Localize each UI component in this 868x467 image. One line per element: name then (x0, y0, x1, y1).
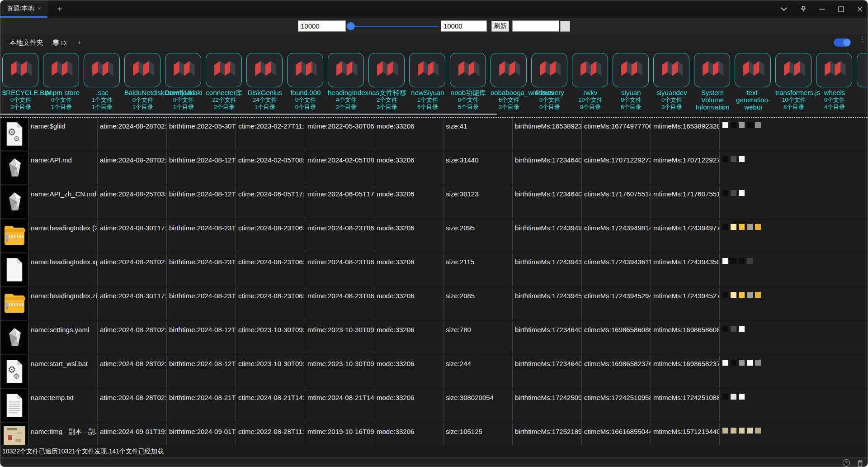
folder-card-box[interactable] (857, 53, 868, 87)
folder-card[interactable] (857, 50, 868, 89)
folder-card-box[interactable] (775, 53, 811, 87)
folder-card-box[interactable] (491, 53, 527, 87)
breadcrumb-chevron-icon[interactable]: › (78, 38, 80, 46)
folder-name: oobabooga_windows (491, 89, 528, 96)
folder-card[interactable]: transformers.js10个文件8个目录 (775, 50, 812, 111)
folder-card-box[interactable] (694, 53, 730, 87)
folder-card[interactable]: oobabooga_windows6个文件2个目录 (491, 50, 528, 111)
chevron-down-icon[interactable] (778, 0, 790, 18)
table-row[interactable]: name:settings.yamlatime:2024-08-28T02:..… (0, 321, 868, 354)
table-row[interactable]: name:headingIndex (2...atime:2024-08-30T… (0, 219, 868, 252)
folder-card[interactable]: siyuan9个文件6个目录 (613, 50, 650, 111)
table-row[interactable]: ⚙⚙name:$gliidatime:2024-08-28T02:...birt… (0, 118, 868, 150)
maximize-button[interactable] (835, 0, 847, 18)
table-row[interactable]: name:timg - 副本 - 副...atime:2024-09-01T19… (0, 423, 868, 445)
folder-card-box[interactable] (368, 53, 405, 87)
folder-name: newSiyuan (409, 89, 446, 96)
slider-handle[interactable] (347, 22, 355, 30)
folder-card[interactable]: BaiduNetdiskDownload0个文件1个目录 (124, 50, 161, 111)
folder-name: ComfyUI-aki (165, 89, 202, 96)
cell-ctime: ctime:2022-08-28T11:... (236, 423, 305, 445)
folder-card[interactable]: nas文件转移2个文件3个目录 (368, 50, 406, 111)
folder-card-box[interactable] (409, 53, 445, 87)
folder-card-box[interactable] (328, 53, 364, 87)
folder-card[interactable]: $RECYCLE.BIN0个文件3个目录 (2, 50, 39, 111)
limit-input-left[interactable] (298, 20, 346, 32)
folder-card[interactable]: text-generation-webui (735, 50, 772, 111)
cards-scrollbar-thumb[interactable] (0, 114, 497, 115)
folder-card[interactable]: ComfyUI-aki0个文件1个目录 (165, 50, 202, 111)
table-row[interactable]: name:headingIndex.zipatime:2024-08-30T17… (0, 287, 868, 320)
color-swatch (722, 156, 728, 162)
drive-item[interactable]: D: (52, 38, 68, 47)
folder-card-box[interactable] (246, 53, 283, 87)
cell-mtime: mtime:2023-10-30T09:... (305, 355, 374, 388)
cell-mode: mode:33206 (374, 389, 443, 422)
folder-card[interactable]: headingIndex4个文件2个目录 (328, 50, 365, 111)
folder-card[interactable]: .sac1个文件1个目录 (84, 50, 121, 111)
new-tab-button[interactable]: + (54, 3, 66, 15)
folder-card[interactable]: .pnpm-store0个文件1个目录 (43, 50, 80, 111)
filter-input[interactable] (512, 20, 559, 32)
folder-card[interactable]: connecter库22个文件2个目录 (206, 50, 243, 111)
minimize-button[interactable] (816, 0, 828, 18)
refresh-button[interactable]: 刷新 (491, 21, 509, 32)
folder-card-box[interactable] (2, 53, 38, 87)
folder-card[interactable]: Recovery0个文件0个目录 (531, 50, 568, 111)
cell-mtimeMs: mtimeMs:1717607551... (651, 186, 720, 218)
table-row[interactable]: name:API_zh_CN.mdatime:2024-08-25T03:...… (0, 186, 868, 218)
more-menu-icon[interactable]: ⋮ (859, 38, 864, 41)
help-icon[interactable]: ? (842, 459, 850, 467)
folder-card-box[interactable] (735, 53, 771, 87)
cell-name: name:settings.yaml (28, 321, 97, 354)
color-swatch (739, 394, 745, 400)
folder-card-box[interactable] (206, 53, 242, 87)
folder-card-box[interactable] (165, 53, 201, 87)
folder-card-box[interactable] (450, 53, 486, 87)
folder-card[interactable]: found.0000个文件0个目录 (287, 50, 324, 111)
table-row[interactable]: name:temp.txtatime:2024-08-28T02:...birt… (0, 389, 868, 422)
cell-ctimeMs: ctimeMs:17243949814... (581, 219, 651, 252)
breadcrumb-root[interactable]: 本地文件夹 (9, 38, 43, 47)
folder-card[interactable]: newSiyuan1个文件6个目录 (409, 50, 446, 111)
folder-dir-count: 1个目录 (124, 104, 161, 111)
folder-card-box[interactable] (572, 53, 608, 87)
color-swatch (739, 156, 745, 162)
cell-birthtimeMs: birthtimeMs:17243949... (512, 219, 581, 252)
folder-card-box[interactable] (531, 53, 567, 87)
folder-card-box[interactable] (613, 53, 649, 87)
tab-close-icon[interactable]: × (38, 5, 41, 12)
folder-card-box[interactable] (43, 53, 79, 87)
table-row[interactable]: name:API.mdatime:2024-08-28T02:...birtht… (0, 152, 868, 184)
folder-card-box[interactable] (653, 53, 689, 87)
tab-resource-local[interactable]: 资源:本地 × (0, 0, 47, 16)
view-toggle[interactable] (834, 38, 851, 47)
pin-icon[interactable] (797, 0, 810, 18)
folder-card[interactable]: System Volume Information (694, 50, 731, 111)
folder-card-box[interactable] (816, 53, 852, 87)
folder-card[interactable]: noob功能库0个文件5个目录 (450, 50, 487, 111)
cell-atime: atime:2024-08-30T17:... (97, 287, 166, 320)
cell-ctime: ctime:2023-10-30T09:... (236, 355, 305, 388)
folder-card[interactable]: DiskGenius24个文件1个目录 (246, 50, 283, 111)
folder-card-box[interactable] (124, 53, 160, 87)
table-row[interactable]: name:headingIndex.xpiatime:2024-08-28T02… (0, 253, 868, 286)
folder-card-box[interactable] (287, 53, 323, 87)
folder-logo-icon (495, 59, 522, 81)
folder-card[interactable]: siyuandev0个文件3个目录 (653, 50, 690, 111)
folder-dir-count: 6个目录 (409, 104, 446, 111)
trash-icon[interactable] (856, 459, 864, 467)
folder-logo-icon (211, 59, 237, 81)
limit-input-right[interactable] (441, 20, 487, 32)
table-row[interactable]: ⚙⚙name:start_wsl.batatime:2024-08-28T02:… (0, 355, 868, 388)
close-button[interactable] (854, 0, 866, 18)
folder-card[interactable]: rwkv10个文件9个目录 (572, 50, 609, 111)
count-slider[interactable] (349, 26, 438, 27)
cards-scrollbar[interactable] (0, 114, 868, 118)
folder-card[interactable]: wheels0个文件4个目录 (816, 50, 853, 111)
color-swatches (720, 287, 868, 320)
cell-birthtimeMs: birthtimeMs:17234640... (512, 152, 581, 184)
color-swatch (731, 394, 736, 400)
filter-apply-button[interactable] (560, 21, 570, 32)
folder-card-box[interactable] (84, 53, 120, 87)
